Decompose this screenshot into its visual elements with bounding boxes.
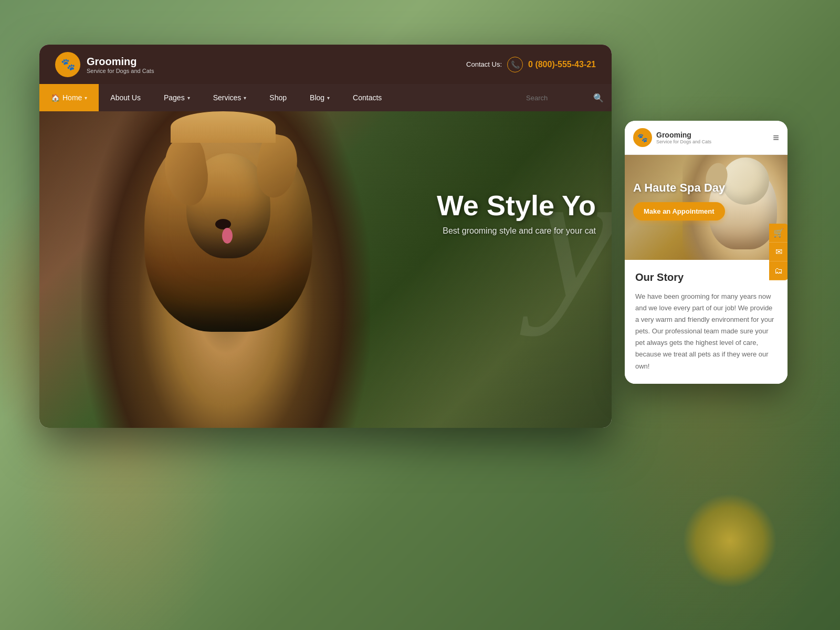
nav-item-services[interactable]: Services ▾ (202, 84, 258, 111)
contact-area: Contact Us: 📞 0 (800)-555-43-21 (466, 57, 596, 72)
mobile-hero-text: A Haute Spa Day Make an Appointment (633, 181, 725, 220)
contact-label: Contact Us: (466, 60, 502, 68)
nav-blog-label: Blog (310, 93, 324, 102)
nav-item-home[interactable]: 🏠 Home ▾ (39, 84, 99, 111)
nav-item-contacts[interactable]: Contacts (341, 84, 393, 111)
dog-fur-top (171, 111, 276, 143)
nav-shop-label: Shop (269, 93, 287, 102)
mobile-menu-icon[interactable]: ≡ (773, 132, 779, 144)
logo-text: Grooming Service for Dogs and Cats (87, 55, 154, 74)
hero-text-block: We Style Yo Best grooming style and care… (437, 190, 596, 236)
mobile-hero-section: A Haute Spa Day Make an Appointment (625, 155, 788, 260)
dog-head (144, 122, 312, 332)
nav-contacts-label: Contacts (353, 93, 382, 102)
mobile-logo-text: Grooming Service for Dogs and Cats (656, 131, 711, 145)
dog-figure (81, 111, 370, 428)
mobile-logo-subtitle: Service for Dogs and Cats (656, 139, 711, 144)
search-area: 🔍 (518, 84, 612, 111)
search-input[interactable] (526, 94, 589, 102)
mobile-logo-title: Grooming (656, 131, 711, 140)
nav-item-about[interactable]: About Us (99, 84, 152, 111)
mobile-browser-mockup: 🐾 Grooming Service for Dogs and Cats ≡ A… (625, 121, 788, 384)
dog-tongue (222, 228, 233, 244)
site-nav: 🏠 Home ▾ About Us Pages ▾ Services ▾ Sho… (39, 84, 612, 111)
nav-item-blog[interactable]: Blog ▾ (298, 84, 341, 111)
nav-item-pages[interactable]: Pages ▾ (152, 84, 202, 111)
our-story-title: Our Story (635, 271, 777, 284)
hero-subtitle: Best grooming style and care for your ca… (437, 226, 596, 236)
nav-item-shop[interactable]: Shop (258, 84, 298, 111)
home-icon: 🏠 (51, 93, 60, 102)
search-button[interactable]: 🔍 (593, 93, 604, 103)
cart-button[interactable]: 🛒 (769, 224, 788, 243)
nav-pages-label: Pages (164, 93, 185, 102)
make-appointment-button[interactable]: Make an Appointment (633, 202, 725, 220)
our-story-section: Our Story We have been grooming for many… (625, 260, 788, 384)
hero-title: We Style Yo (437, 190, 596, 221)
folder-button[interactable]: 🗂 (769, 261, 788, 280)
mail-button[interactable]: ✉ (769, 243, 788, 261)
logo-subtitle: Service for Dogs and Cats (87, 68, 154, 74)
mobile-header: 🐾 Grooming Service for Dogs and Cats ≡ (625, 121, 788, 155)
site-header: 🐾 Grooming Service for Dogs and Cats Con… (39, 45, 612, 84)
logo-paw-icon: 🐾 (55, 52, 80, 77)
mobile-logo-area: 🐾 Grooming Service for Dogs and Cats (633, 128, 711, 147)
nav-home-label: Home (62, 93, 82, 102)
logo-area: 🐾 Grooming Service for Dogs and Cats (55, 52, 154, 77)
golden-orb-decoration (682, 494, 777, 588)
nav-services-label: Services (213, 93, 242, 102)
mobile-logo-paw-icon: 🐾 (633, 128, 652, 147)
nav-blog-arrow: ▾ (327, 95, 330, 101)
nav-home-arrow: ▾ (85, 95, 87, 101)
our-story-text: We have been grooming for many years now… (635, 291, 777, 372)
phone-number: 0 (800)-555-43-21 (528, 60, 596, 69)
logo-title: Grooming (87, 55, 154, 68)
nav-services-arrow: ▾ (244, 95, 246, 101)
nav-about-label: About Us (110, 93, 141, 102)
desktop-browser-mockup: 🐾 Grooming Service for Dogs and Cats Con… (39, 45, 612, 428)
nav-pages-arrow: ▾ (187, 95, 190, 101)
mobile-hero-title: A Haute Spa Day (633, 181, 725, 195)
phone-icon: 📞 (507, 57, 523, 72)
side-buttons: 🛒 ✉ 🗂 (769, 224, 788, 280)
puppy-head (722, 158, 769, 205)
hero-section: y We Style Yo Best grooming style and ca… (39, 111, 612, 428)
